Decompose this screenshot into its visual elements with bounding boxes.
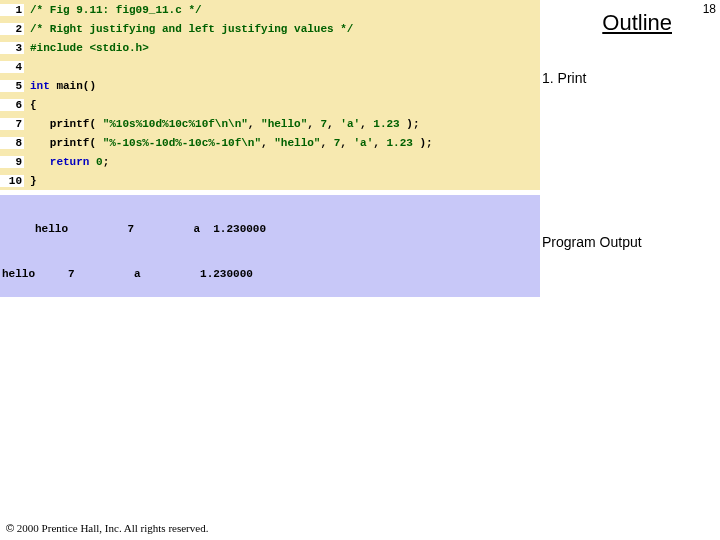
code-content: printf( "%-10s%-10d%-10c%-10f\n", "hello… (24, 137, 433, 149)
code-token: int (30, 80, 50, 92)
code-token: } (30, 175, 37, 187)
line-number: 10 (0, 175, 24, 187)
code-line: 5int main() (0, 76, 540, 95)
code-content: } (24, 175, 37, 187)
code-line: 6{ (0, 95, 540, 114)
code-token: /* Fig 9.11: fig09_11.c */ (30, 4, 202, 16)
code-line: 3#include <stdio.h> (0, 38, 540, 57)
code-token: 1.23 (373, 118, 399, 130)
code-token: , (307, 118, 320, 130)
line-number: 1 (0, 4, 24, 16)
code-token: , (320, 137, 333, 149)
code-line: 2/* Right justifying and left justifying… (0, 19, 540, 38)
code-content: printf( "%10s%10d%10c%10f\n\n", "hello",… (24, 118, 420, 130)
line-number: 3 (0, 42, 24, 54)
code-content: /* Fig 9.11: fig09_11.c */ (24, 4, 202, 16)
output-line: hello 7 a 1.230000 (0, 263, 540, 285)
code-token: "%-10s%-10d%-10c%-10f\n" (103, 137, 261, 149)
code-content: { (24, 99, 37, 111)
copyright-symbol: © (6, 522, 14, 534)
annotation-output: Program Output (542, 234, 682, 250)
line-number: 5 (0, 80, 24, 92)
code-token: 0 (96, 156, 103, 168)
code-line: 1/* Fig 9.11: fig09_11.c */ (0, 0, 540, 19)
line-number: 2 (0, 23, 24, 35)
code-token: printf( (50, 118, 103, 130)
code-token: { (30, 99, 37, 111)
code-token: , (248, 118, 261, 130)
code-line: 8 printf( "%-10s%-10d%-10c%-10f\n", "hel… (0, 133, 540, 152)
code-token: 'a' (340, 118, 360, 130)
line-number: 6 (0, 99, 24, 111)
code-token: , (327, 118, 340, 130)
annotation-print: 1. Print (542, 70, 682, 86)
footer-copyright: © 2000 Prentice Hall, Inc. All rights re… (6, 522, 208, 534)
outline-title: Outline (540, 0, 690, 36)
code-token: 1.23 (387, 137, 413, 149)
code-line: 10} (0, 171, 540, 190)
code-line: 7 printf( "%10s%10d%10c%10f\n\n", "hello… (0, 114, 540, 133)
code-line: 4 (0, 57, 540, 76)
code-token: ); (400, 118, 420, 130)
code-token: printf( (50, 137, 103, 149)
code-token: #include <stdio.h> (30, 42, 149, 54)
outline-panel: Outline 1. Print Program Output (540, 0, 690, 540)
code-token: "%10s%10d%10c%10f\n\n" (103, 118, 248, 130)
line-number: 8 (0, 137, 24, 149)
line-number: 4 (0, 61, 24, 73)
code-token: main() (50, 80, 96, 92)
code-token: , (340, 137, 353, 149)
program-output: hello 7 a 1.230000 hello 7 a 1.230000 (0, 195, 540, 297)
code-token: return (50, 156, 90, 168)
code-token: "hello" (261, 118, 307, 130)
code-token: ; (103, 156, 110, 168)
code-block: 1/* Fig 9.11: fig09_11.c */2/* Right jus… (0, 0, 540, 190)
code-token: , (261, 137, 274, 149)
copyright-text: 2000 Prentice Hall, Inc. All rights rese… (14, 522, 208, 534)
code-token: ); (413, 137, 433, 149)
code-line: 9 return 0; (0, 152, 540, 171)
code-token: , (360, 118, 373, 130)
page-number: 18 (703, 2, 716, 16)
code-token: /* Right justifying and left justifying … (30, 23, 353, 35)
code-content: /* Right justifying and left justifying … (24, 23, 353, 35)
output-line: hello 7 a 1.230000 (0, 219, 540, 239)
code-content: #include <stdio.h> (24, 42, 149, 54)
code-token: 'a' (354, 137, 374, 149)
code-content: return 0; (24, 156, 109, 168)
code-token: , (373, 137, 386, 149)
code-token: "hello" (274, 137, 320, 149)
line-number: 7 (0, 118, 24, 130)
line-number: 9 (0, 156, 24, 168)
code-content: int main() (24, 80, 96, 92)
